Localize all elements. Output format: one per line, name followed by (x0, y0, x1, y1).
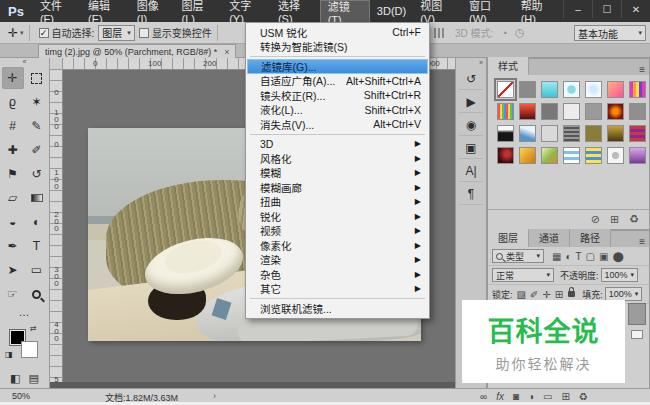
brush-tool[interactable]: ✐ (26, 139, 48, 161)
adjustment-layer-icon[interactable]: ◑ (528, 391, 534, 402)
filter-menu-item[interactable]: 3D▶ (246, 137, 429, 152)
new-group-icon[interactable]: ▭ (543, 391, 552, 402)
tab-通道[interactable]: 通道 (529, 229, 570, 247)
eraser-tool[interactable]: ▱ (2, 187, 24, 209)
marquee-tool[interactable] (26, 67, 48, 89)
style-swatch[interactable] (607, 147, 624, 164)
quick-mask-icon[interactable]: ◧ (10, 372, 20, 385)
style-swatch[interactable] (585, 103, 602, 120)
style-swatch[interactable] (629, 103, 646, 120)
layer-filter-dropdown[interactable]: 类型 ▾ (492, 249, 544, 263)
layer-item-partial[interactable] (631, 330, 643, 339)
filter-menu-item[interactable]: 其它▶ (246, 282, 429, 297)
menu-item-6[interactable]: 选择(S) (271, 0, 320, 22)
opacity-dropdown[interactable]: 100% ▾ (601, 268, 639, 282)
new-layer-icon[interactable]: ⊞ (561, 391, 569, 402)
move-tool[interactable]: ✛ (2, 67, 24, 89)
style-swatch[interactable] (563, 147, 580, 164)
style-swatch[interactable] (629, 81, 646, 98)
filter-shape-layers-icon[interactable]: ▢ (586, 251, 595, 262)
filter-menu-item[interactable]: 消失点(V)...Alt+Ctrl+V (246, 117, 429, 132)
filter-toggle-icon[interactable]: ⬤ (613, 251, 624, 262)
new-style-icon[interactable]: ⊞ (610, 213, 619, 226)
layer-thumbnail[interactable] (628, 303, 646, 325)
filter-menu-item[interactable]: 渲染▶ (246, 253, 429, 268)
filter-menu-item[interactable]: 视频▶ (246, 224, 429, 239)
style-swatch[interactable] (541, 125, 558, 142)
filter-menu-item[interactable]: 模糊▶ (246, 166, 429, 181)
fill-dropdown[interactable]: 100% ▾ (605, 287, 643, 301)
style-swatch[interactable] (497, 103, 514, 120)
style-swatch[interactable] (497, 81, 514, 98)
layer-comps-panel-icon[interactable]: ▣ (459, 138, 483, 159)
lock-position-icon[interactable]: ✛ (542, 289, 550, 300)
style-swatch[interactable] (563, 103, 580, 120)
style-swatch[interactable] (563, 81, 580, 98)
lock-pixels-icon[interactable]: ✐ (530, 289, 538, 300)
swap-colors-icon[interactable]: ⇄ (30, 324, 37, 333)
filter-menu-item[interactable]: 杂色▶ (246, 267, 429, 282)
paragraph-panel-icon[interactable]: ¶ (459, 184, 483, 205)
edit-toolbar-icon[interactable]: … (0, 306, 49, 318)
lock-artboard-icon[interactable]: ⊞ (555, 289, 563, 300)
show-transform-checkbox[interactable] (139, 28, 149, 38)
menu-item-11[interactable]: 帮助(H) (514, 0, 563, 22)
filter-pixel-layers-icon[interactable]: ▦ (552, 251, 561, 262)
delete-style-icon[interactable]: ♻ (629, 213, 639, 226)
pen-tool[interactable]: ✒ (2, 235, 24, 257)
filter-type-layers-icon[interactable]: T (576, 251, 582, 262)
workspace-switcher[interactable]: 基本功能 ▾ (574, 25, 646, 41)
adjustments-panel-icon[interactable]: ◉ (459, 115, 483, 136)
delete-layer-icon[interactable]: ♻ (579, 391, 588, 402)
clone-stamp-tool[interactable]: ⚑ (2, 163, 24, 185)
default-colors-icon[interactable]: ◨ (5, 350, 13, 359)
maximize-button[interactable]: ☐ (592, 0, 621, 18)
menu-item-7[interactable]: 滤镜(T) (320, 0, 370, 22)
gradient-tool[interactable] (26, 187, 48, 209)
menu-item-9[interactable]: 视图(V) (413, 0, 462, 22)
menu-item-5[interactable]: 文字(Y) (222, 0, 271, 22)
history-brush-tool[interactable]: ↺ (26, 163, 48, 185)
crop-tool[interactable]: # (2, 115, 24, 137)
tab-图层[interactable]: 图层 (488, 229, 529, 247)
filter-menu-item[interactable]: 风格化▶ (246, 151, 429, 166)
style-swatch[interactable] (585, 81, 602, 98)
filter-menu-item[interactable]: 镜头校正(R)...Shift+Ctrl+R (246, 88, 429, 103)
character-panel-icon[interactable]: A| (459, 161, 483, 182)
link-layers-icon[interactable]: ∞ (480, 391, 487, 402)
filter-menu-item[interactable]: 液化(L)...Shift+Ctrl+X (246, 103, 429, 118)
magic-wand-tool[interactable]: ✶ (26, 91, 48, 113)
menu-item-8[interactable]: 3D(D) (370, 0, 413, 22)
eyedropper-tool[interactable]: ✎ (26, 115, 48, 137)
filter-menu-item[interactable]: 滤镜库(G)... (247, 59, 428, 74)
style-swatch[interactable] (607, 125, 624, 142)
history-panel-icon[interactable]: ↺ (459, 69, 483, 90)
tool-preset-chevron-icon[interactable]: ▾ (20, 29, 24, 37)
style-swatch[interactable] (519, 147, 536, 164)
auto-select-checkbox[interactable]: ✓ (39, 28, 49, 38)
tab-styles[interactable]: 样式 (488, 57, 529, 75)
filter-menu-item[interactable]: 模糊画廊▶ (246, 180, 429, 195)
style-swatch[interactable] (585, 125, 602, 142)
layer-effects-icon[interactable]: fx (496, 391, 504, 402)
style-swatch[interactable] (607, 81, 624, 98)
zoom-tool[interactable] (26, 283, 48, 305)
layer-mask-icon[interactable]: ◙ (513, 391, 519, 402)
panel-menu-icon[interactable]: ≡ (639, 64, 649, 75)
menu-item-2[interactable]: 编辑(E) (81, 0, 130, 22)
filter-menu-item[interactable]: 像素化▶ (246, 238, 429, 253)
collapse-toolbox-icon[interactable]: « (0, 58, 49, 66)
blur-tool[interactable]: ◒ (2, 211, 24, 233)
blend-mode-dropdown[interactable]: 正常 ▾ (492, 268, 554, 282)
menu-item-1[interactable]: 文件(F) (33, 0, 81, 22)
panel-menu-icon[interactable]: ≡ (639, 236, 649, 247)
style-swatch[interactable] (563, 125, 580, 142)
style-swatch[interactable] (541, 147, 558, 164)
style-swatch[interactable] (541, 81, 558, 98)
actions-panel-icon[interactable]: ▶ (459, 92, 483, 113)
style-swatch[interactable] (519, 125, 536, 142)
filter-menu-item[interactable]: 扭曲▶ (246, 195, 429, 210)
zoom-level-field[interactable]: 50% (12, 391, 30, 401)
expand-dock-icon[interactable]: » (456, 58, 486, 67)
background-color-swatch[interactable] (21, 341, 38, 358)
